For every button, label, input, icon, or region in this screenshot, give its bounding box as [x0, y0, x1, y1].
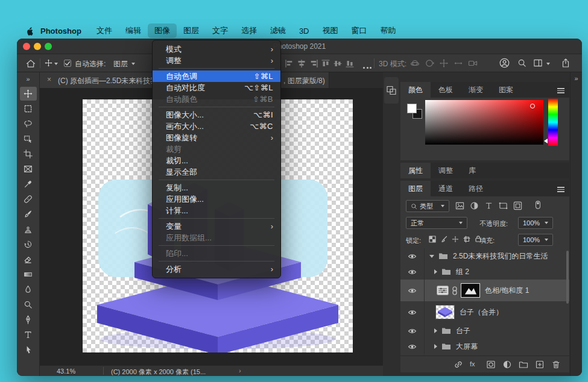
lasso-tool-button[interactable] [20, 117, 37, 131]
expand-collapse-icon[interactable] [434, 269, 437, 274]
new-group-icon[interactable] [519, 360, 528, 369]
menubar-item-help[interactable]: 帮助 [374, 23, 403, 38]
layer-row-group-2[interactable]: 组 2 [400, 264, 569, 280]
history-brush-tool-button[interactable] [20, 237, 37, 251]
hue-saturation-adjustment-icon[interactable] [437, 286, 449, 295]
account-avatar-icon[interactable] [499, 58, 510, 68]
layer-name[interactable]: 2.5D未来科技我们的日常生活 [453, 251, 548, 261]
tab-channels[interactable]: 通道 [431, 181, 461, 196]
visibility-toggle[interactable] [400, 323, 425, 339]
layer-name[interactable]: 台子 [456, 326, 470, 336]
more-options-icon[interactable] [363, 62, 373, 70]
document-size-status[interactable]: (C) 2000 像素 x 2000 像素 (15... [111, 368, 206, 376]
visibility-toggle[interactable] [400, 280, 425, 301]
status-options-chevron-icon[interactable]: › [239, 367, 241, 374]
layers-panel-menu-icon[interactable] [557, 187, 564, 193]
expand-collapse-icon[interactable] [434, 328, 437, 333]
menubar-item-file[interactable]: 文件 [90, 23, 119, 38]
layer-row-platform-merged[interactable]: 台子（合并） [400, 301, 569, 323]
auto-select-target-dropdown[interactable]: 图层 [113, 59, 128, 69]
marquee-tool-button[interactable] [20, 102, 37, 116]
filter-pixel-layers-icon[interactable] [455, 201, 464, 210]
maximize-window-button[interactable] [45, 43, 52, 50]
layer-name[interactable]: 色相/饱和度 1 [485, 286, 529, 296]
align-bottom-edges-icon[interactable] [345, 59, 355, 68]
filter-toggle-icon[interactable] [534, 199, 542, 210]
path-selection-tool-button[interactable] [20, 343, 37, 357]
menubar-item-select[interactable]: 选择 [235, 23, 264, 38]
menubar-item-image[interactable]: 图像 [148, 23, 177, 38]
tab-adjustments[interactable]: 调整 [431, 163, 461, 178]
toolbar-collapse-icon[interactable]: » [17, 72, 39, 86]
align-top-edges-icon[interactable] [321, 59, 330, 68]
lock-transparency-icon[interactable] [429, 236, 436, 243]
collapsed-panel-button[interactable] [384, 77, 399, 104]
brush-tool-button[interactable] [20, 207, 37, 221]
menubar-item-window[interactable]: 窗口 [345, 23, 374, 38]
lock-artboard-icon[interactable] [463, 236, 470, 243]
zoom-level-field[interactable]: 43.1% [57, 368, 75, 375]
new-layer-icon[interactable] [535, 360, 545, 369]
fill-dropdown[interactable]: 100% [518, 234, 553, 246]
expand-collapse-icon[interactable] [429, 255, 434, 258]
tab-patterns[interactable]: 图案 [491, 82, 521, 98]
visibility-toggle[interactable] [400, 301, 425, 323]
tab-layers[interactable]: 图层 [400, 181, 431, 196]
tab-close-icon[interactable]: × [47, 75, 51, 84]
eraser-tool-button[interactable] [20, 252, 37, 266]
layer-mask-thumbnail[interactable] [461, 283, 480, 298]
blend-mode-dropdown[interactable]: 正常 [406, 217, 467, 229]
menubar-item-view[interactable]: 视图 [316, 23, 345, 38]
lock-image-pixels-icon[interactable] [440, 236, 447, 243]
workspace-switcher-icon[interactable] [533, 58, 543, 67]
layer-row-screen-group[interactable]: 大屏幕 [400, 339, 569, 354]
menu-item-variables[interactable]: 变量› [153, 221, 280, 232]
move-tool-preset-icon[interactable] [45, 59, 52, 67]
menubar-item-edit[interactable]: 编辑 [119, 23, 148, 38]
menu-item-adjustments[interactable]: 调整› [153, 55, 280, 66]
menu-item-analysis[interactable]: 分析› [153, 263, 280, 275]
auto-select-caret-icon[interactable] [131, 63, 135, 65]
menubar-item-layer[interactable]: 图层 [177, 23, 206, 38]
menu-item-canvas-size[interactable]: 画布大小...⌥⌘C [153, 121, 280, 132]
tool-preset-caret-icon[interactable] [54, 63, 58, 65]
search-icon[interactable] [517, 58, 526, 67]
layer-mask-link-icon[interactable] [452, 286, 458, 295]
filter-shape-layers-icon[interactable] [499, 201, 508, 210]
filter-smart-objects-icon[interactable] [513, 201, 522, 210]
hue-slider[interactable] [548, 99, 558, 146]
menubar-item-3d[interactable]: 3D [292, 25, 316, 37]
tab-libraries[interactable]: 库 [461, 163, 484, 178]
filter-type-layers-icon[interactable] [484, 201, 493, 210]
frame-tool-button[interactable] [20, 162, 37, 176]
align-vertical-centers-icon[interactable] [333, 59, 343, 68]
layer-name[interactable]: 大屏幕 [456, 342, 478, 352]
tab-properties[interactable]: 属性 [400, 163, 431, 178]
align-left-edges-icon[interactable] [285, 59, 294, 68]
menu-item-reveal-all[interactable]: 显示全部 [153, 166, 280, 178]
menu-item-image-size[interactable]: 图像大小...⌥⌘I [153, 109, 280, 121]
move-tool-button[interactable] [20, 87, 37, 101]
tab-swatches[interactable]: 色板 [431, 82, 461, 98]
minimize-window-button[interactable] [34, 43, 41, 50]
tab-color[interactable]: 颜色 [400, 82, 431, 98]
lock-position-icon[interactable] [452, 236, 459, 243]
tab-paths[interactable]: 路径 [461, 181, 491, 196]
layer-name[interactable]: 组 2 [456, 267, 469, 277]
add-layer-mask-icon[interactable] [486, 360, 496, 369]
layer-row-platform-group[interactable]: 台子 [400, 323, 569, 339]
app-menu-title[interactable]: Photoshop [40, 27, 81, 36]
align-right-edges-icon[interactable] [309, 59, 318, 68]
auto-select-checkbox[interactable] [64, 60, 71, 67]
dodge-tool-button[interactable] [20, 298, 37, 312]
close-window-button[interactable] [23, 43, 30, 50]
layer-name[interactable]: 台子（合并） [460, 307, 503, 318]
visibility-toggle[interactable] [400, 264, 425, 280]
layer-row-hue-saturation[interactable]: 色相/饱和度 1 [400, 280, 569, 301]
blur-tool-button[interactable] [20, 283, 37, 296]
delete-layer-icon[interactable] [551, 360, 561, 369]
filter-adjustment-layers-icon[interactable] [470, 201, 479, 210]
layer-thumbnail[interactable] [435, 305, 455, 319]
color-panel-menu-icon[interactable] [557, 88, 564, 95]
visibility-toggle[interactable] [400, 339, 425, 354]
